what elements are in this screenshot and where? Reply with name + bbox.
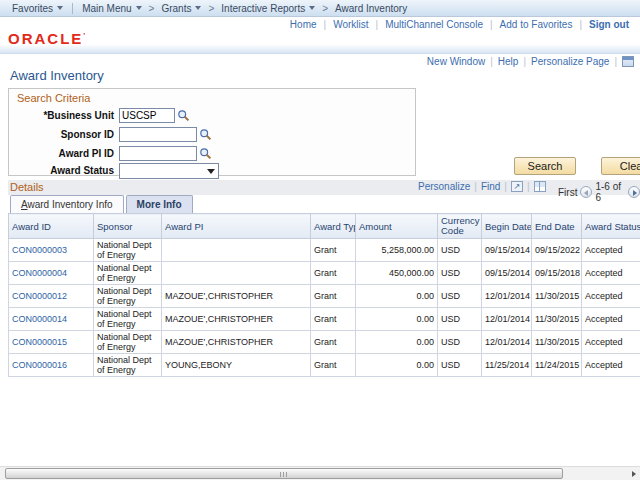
- award-type-cell: Grant: [311, 262, 356, 285]
- add-to-favorites-link[interactable]: Add to Favorites: [493, 19, 580, 30]
- sponsor-id-input[interactable]: [119, 127, 197, 142]
- clear-button[interactable]: Clear: [601, 157, 640, 175]
- business-unit-lookup-icon[interactable]: [177, 109, 190, 122]
- previous-page-icon[interactable]: [580, 186, 592, 198]
- begin-date-cell: 09/15/2014: [482, 239, 532, 262]
- award-type-cell: Grant: [311, 239, 356, 262]
- table-row: CON0000012 National Dept of Energy MAZOU…: [9, 285, 640, 308]
- chevron-down-icon: [309, 6, 315, 10]
- tab-more-info[interactable]: More Info: [126, 195, 193, 213]
- breadcrumb-separator: >: [148, 3, 156, 14]
- col-header-award-pi: Award PI: [162, 214, 311, 239]
- begin-date-cell: 12/01/2014: [482, 308, 532, 331]
- results-grid: Award ID Sponsor Award PI Award Type Amo…: [8, 213, 640, 377]
- scrollbar-grip-icon: [280, 472, 288, 477]
- dropdown-arrow-icon: [207, 169, 215, 174]
- grid-tabs: Award Inventory Info More Info: [10, 195, 193, 213]
- sign-out-link[interactable]: Sign out: [582, 19, 636, 30]
- amount-cell: 0.00: [356, 331, 438, 354]
- scrollbar-right-arrow-icon[interactable]: [632, 471, 636, 477]
- search-button[interactable]: Search: [514, 157, 576, 175]
- sponsor-cell: National Dept of Energy: [94, 239, 162, 262]
- amount-cell: 450,000.00: [356, 262, 438, 285]
- main-menu[interactable]: Main Menu: [76, 3, 147, 14]
- grants-label: Grants: [161, 3, 191, 14]
- table-row: CON0000015 National Dept of Energy MAZOU…: [9, 331, 640, 354]
- amount-cell: 0.00: [356, 308, 438, 331]
- business-unit-row: *Business Unit: [9, 107, 190, 124]
- currency-cell: USD: [438, 308, 482, 331]
- sponsor-id-row: Sponsor ID: [9, 126, 212, 143]
- details-header-band: Details Personalize | Find | ↗ | First 1…: [8, 180, 640, 195]
- award-id-link[interactable]: CON0000016: [9, 354, 94, 377]
- begin-date-cell: 12/01/2014: [482, 331, 532, 354]
- award-status-dropdown[interactable]: [119, 163, 219, 179]
- award-pi-id-lookup-icon[interactable]: [199, 147, 212, 160]
- award-type-cell: Grant: [311, 308, 356, 331]
- award-id-link[interactable]: CON0000004: [9, 262, 94, 285]
- award-id-link[interactable]: CON0000015: [9, 331, 94, 354]
- business-unit-label: *Business Unit: [9, 110, 119, 121]
- end-date-cell: 11/30/2015: [532, 331, 582, 354]
- new-window-link[interactable]: New Window: [427, 56, 485, 67]
- col-header-award-id: Award ID: [9, 214, 94, 239]
- award-pi-cell: MAZOUE',CHRISTOPHER: [162, 331, 311, 354]
- award-pi-cell: MAZOUE',CHRISTOPHER: [162, 285, 311, 308]
- table-row: CON0000004 National Dept of Energy Grant…: [9, 262, 640, 285]
- end-date-cell: 09/15/2018: [532, 262, 582, 285]
- col-header-amount: Amount: [356, 214, 438, 239]
- breadcrumb: Favorites Main Menu > Grants > Interacti…: [0, 0, 640, 17]
- award-pi-cell: [162, 262, 311, 285]
- sponsor-id-lookup-icon[interactable]: [199, 128, 212, 141]
- award-status-label: Award Status: [9, 165, 119, 176]
- breadcrumb-interactive-reports[interactable]: Interactive Reports: [215, 3, 321, 14]
- peoplesoft-window: Favorites Main Menu > Grants > Interacti…: [0, 0, 640, 480]
- horizontal-scrollbar[interactable]: [0, 466, 640, 480]
- pager-first-label: First: [558, 187, 577, 198]
- next-page-icon[interactable]: [628, 186, 640, 198]
- tab-award-inventory-info[interactable]: Award Inventory Info: [10, 195, 124, 213]
- currency-cell: USD: [438, 239, 482, 262]
- end-date-cell: 11/24/2015: [532, 354, 582, 377]
- award-status-cell: Accepted: [582, 331, 640, 354]
- personalize-link[interactable]: Personalize: [418, 181, 470, 192]
- favorites-menu[interactable]: Favorites: [6, 3, 69, 14]
- chevron-down-icon: [136, 6, 142, 10]
- award-id-link[interactable]: CON0000012: [9, 285, 94, 308]
- currency-cell: USD: [438, 262, 482, 285]
- award-id-link[interactable]: CON0000003: [9, 239, 94, 262]
- details-pipe: |: [527, 181, 530, 192]
- multichannel-console-link[interactable]: MultiChannel Console: [378, 19, 490, 30]
- award-status-cell: Accepted: [582, 239, 640, 262]
- breadcrumb-separator: >: [321, 3, 329, 14]
- main-menu-label: Main Menu: [82, 3, 131, 14]
- worklist-link[interactable]: Worklist: [326, 19, 375, 30]
- breadcrumb-separator: >: [207, 3, 215, 14]
- begin-date-cell: 12/01/2014: [482, 285, 532, 308]
- award-pi-cell: YOUNG,EBONY: [162, 354, 311, 377]
- sponsor-cell: National Dept of Energy: [94, 308, 162, 331]
- scrollbar-thumb[interactable]: [5, 468, 563, 479]
- award-id-link[interactable]: CON0000014: [9, 308, 94, 331]
- table-row: CON0000003 National Dept of Energy Grant…: [9, 239, 640, 262]
- business-unit-input[interactable]: [119, 108, 175, 123]
- help-link[interactable]: Help: [498, 56, 519, 67]
- award-pi-id-row: Award PI ID: [9, 145, 212, 162]
- find-link[interactable]: Find: [481, 181, 500, 192]
- utility-pipe: |: [490, 56, 493, 67]
- download-grid-icon[interactable]: [534, 181, 546, 192]
- home-link[interactable]: Home: [283, 19, 324, 30]
- view-all-popup-icon[interactable]: ↗: [511, 181, 523, 192]
- amount-cell: 0.00: [356, 285, 438, 308]
- search-criteria-title: Search Criteria: [17, 92, 90, 104]
- copy-url-icon[interactable]: [622, 56, 634, 67]
- end-date-cell: 11/30/2015: [532, 308, 582, 331]
- award-pi-id-input[interactable]: [119, 146, 197, 161]
- chevron-down-icon: [57, 6, 63, 10]
- grid-pager: First 1-6 of 6: [558, 181, 640, 203]
- breadcrumb-grants[interactable]: Grants: [155, 3, 207, 14]
- breadcrumb-divider: [72, 3, 73, 14]
- table-row: CON0000014 National Dept of Energy MAZOU…: [9, 308, 640, 331]
- award-type-cell: Grant: [311, 331, 356, 354]
- personalize-page-link[interactable]: Personalize Page: [531, 56, 609, 67]
